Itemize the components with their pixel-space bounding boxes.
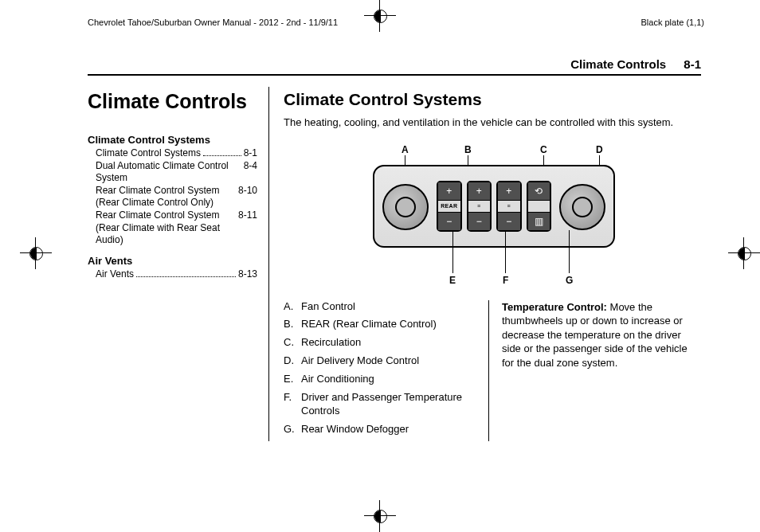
toc-item: Rear Climate Control System (Rear Climat… [88,209,257,247]
callout-f: F [503,275,508,286]
running-section: Climate Controls [570,57,666,71]
running-head: Climate Controls 8-1 [88,57,701,74]
crop-mark-top [332,0,428,33]
passenger-temp-wheel: +≡− [496,181,522,232]
legend-item: D.Air Delivery Mode Control [284,354,477,368]
callout-e: E [449,275,456,286]
crop-mark-right [728,237,760,269]
toc-item: Climate Control Systems 8-1 [88,147,257,160]
driver-temp-wheel: +≡− [467,181,492,232]
toc: Climate Control Systems Climate Control … [88,134,257,280]
paragraph-lead: Temperature Control: [502,301,607,313]
callout-a: A [402,144,409,155]
running-page: 8-1 [684,57,701,71]
crop-mark-bottom [364,500,396,532]
figure-legend: A.Fan Control B.REAR (Rear Climate Contr… [284,300,477,436]
mode-dial [559,184,605,230]
toc-heading-2: Air Vents [88,255,257,267]
section-title: Climate Control Systems [284,90,701,109]
legend-item: A.Fan Control [284,300,477,314]
callout-g: G [566,275,573,286]
print-header: Chevrolet Tahoe/Suburban Owner Manual - … [88,18,704,27]
chapter-title: Climate Controls [88,90,257,113]
header-rule [88,74,701,76]
doc-title: Chevrolet Tahoe/Suburban Owner Manual - … [88,18,338,27]
plate-info: Black plate (1,1) [641,18,704,27]
legend-item: E.Air Conditioning [284,373,477,386]
temperature-paragraph: Temperature Control: Move the thumbwheel… [489,300,701,441]
climate-panel: + REAR − +≡− +≡− ⟲ ▥ [373,165,615,248]
toc-item: Rear Climate Control System (Rear Climat… [88,185,257,209]
toc-heading-1: Climate Control Systems [88,134,257,146]
toc-item: Air Vents 8-13 [88,268,257,281]
callout-c: C [540,144,547,155]
legend-item: F.Driver and Passenger Temperature Contr… [284,391,477,418]
legend-item: C.Recirculation [284,336,477,350]
recirc-button: ⟲ ▥ [527,181,552,232]
toc-item: Dual Automatic Climate Control System 8-… [88,160,257,185]
callout-b: B [464,144,472,155]
climate-control-figure: A B C D + REAR − [333,141,652,292]
legend-item: G.Rear Window Defogger [284,423,477,436]
crop-mark-left [20,237,52,269]
legend-item: B.REAR (Rear Climate Control) [284,318,477,331]
fan-dial [382,184,429,230]
callout-d: D [596,144,603,155]
intro-text: The heating, cooling, and ventilation in… [284,115,701,130]
rear-button: + REAR − [437,181,462,232]
